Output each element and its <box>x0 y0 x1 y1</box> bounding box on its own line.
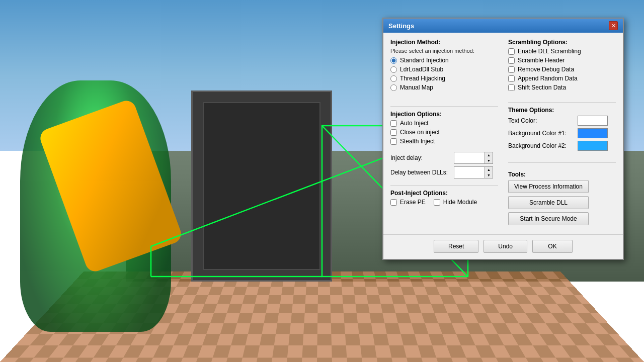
cb-shift-section-data-input[interactable] <box>508 84 515 91</box>
delay-between-dlls-input[interactable]: 0 <box>454 167 485 178</box>
theme-options-title: Theme Options: <box>508 107 616 114</box>
radio-manual-label: Manual Map <box>400 84 433 91</box>
divider-1 <box>390 106 498 107</box>
radio-thread-label: Thread Hijacking <box>400 75 445 82</box>
cb-scramble-header-label: Scramble Header <box>518 57 565 64</box>
close-button[interactable]: ✕ <box>609 21 618 30</box>
post-inject-checkboxes: Erase PE Hide Module <box>390 199 498 208</box>
injection-options-section: Injection Options: Auto Inject Close on … <box>390 111 498 147</box>
cb-erase-pe-label: Erase PE <box>400 199 426 206</box>
delay-between-dlls-label: Delay between DLLs: <box>390 169 451 176</box>
cb-erase-pe[interactable]: Erase PE <box>390 199 426 206</box>
post-inject-title: Post-Inject Options: <box>390 190 498 197</box>
injection-options-title: Injection Options: <box>390 111 498 118</box>
inject-delay-label: Inject delay: <box>390 154 451 161</box>
delay-between-dlls-row: Delay between DLLs: 0 ▲ ▼ <box>390 166 498 178</box>
inject-delay-spinner[interactable]: 0 ▲ ▼ <box>454 152 493 164</box>
cb-remove-debug-data-input[interactable] <box>508 66 515 73</box>
bg-color2-label: Background Color #2: <box>508 142 574 149</box>
bg-color2-swatch[interactable] <box>578 141 608 151</box>
inject-delay-up[interactable]: ▲ <box>485 152 493 158</box>
injection-method-title: Injection Method: <box>390 39 498 46</box>
cb-auto-inject-label: Auto Inject <box>400 120 429 127</box>
radio-standard-input[interactable] <box>390 57 397 64</box>
dialog-title: Settings <box>388 22 414 30</box>
inject-delay-input[interactable]: 0 <box>454 152 485 163</box>
text-color-row: Text Color: <box>508 116 616 126</box>
right-column: Scrambling Options: Enable DLL Scramblin… <box>508 39 616 228</box>
cb-append-random-data-input[interactable] <box>508 75 515 82</box>
cb-hide-module-label: Hide Module <box>443 199 477 206</box>
cb-scramble-header-input[interactable] <box>508 57 515 64</box>
scramble-dll-btn[interactable]: Scramble DLL <box>508 196 589 209</box>
tools-section: Tools: View Process Information Scramble… <box>508 171 616 228</box>
divider-3 <box>508 102 616 103</box>
radio-ldr-label: LdrLoadDll Stub <box>400 66 443 73</box>
divider-2 <box>390 185 498 186</box>
cb-shift-section-data-label: Shift Section Data <box>518 84 566 91</box>
bg-color1-row: Background Color #1: <box>508 128 616 138</box>
dialog-titlebar: Settings ✕ <box>383 19 623 33</box>
cb-enable-dll-scrambling[interactable]: Enable DLL Scrambling <box>508 48 616 55</box>
cb-hide-module[interactable]: Hide Module <box>434 199 477 206</box>
scrambling-options-title: Scrambling Options: <box>508 39 616 46</box>
injection-method-sub: Please select an injection method: <box>390 48 498 54</box>
bg-color1-label: Background Color #1: <box>508 130 574 137</box>
dialog-footer: Reset Undo OK <box>383 234 623 259</box>
radio-manual-input[interactable] <box>390 84 397 91</box>
cb-auto-inject-input[interactable] <box>390 120 397 127</box>
delay-between-dlls-up[interactable]: ▲ <box>485 167 493 172</box>
radio-standard[interactable]: Standard Injection <box>390 57 498 64</box>
text-color-label: Text Color: <box>508 117 574 124</box>
cb-erase-pe-input[interactable] <box>390 199 397 206</box>
cb-auto-inject[interactable]: Auto Inject <box>390 120 498 127</box>
delay-between-dlls-down[interactable]: ▼ <box>485 172 493 178</box>
inject-delay-row: Inject delay: 0 ▲ ▼ <box>390 152 498 164</box>
delay-between-dlls-spinner[interactable]: 0 ▲ ▼ <box>454 166 493 178</box>
theme-options-section: Theme Options: Text Color: Background Co… <box>508 107 616 153</box>
cb-remove-debug-data-label: Remove Debug Data <box>518 66 574 73</box>
ok-button[interactable]: OK <box>532 240 573 253</box>
cb-stealth-inject-label: Stealth Inject <box>400 138 435 145</box>
undo-button[interactable]: Undo <box>484 240 527 253</box>
radio-thread[interactable]: Thread Hijacking <box>390 75 498 82</box>
left-column: Injection Method: Please select an injec… <box>390 39 498 228</box>
delay-between-dlls-spinbtns: ▲ ▼ <box>485 167 493 178</box>
bg-color1-swatch[interactable] <box>578 128 608 138</box>
settings-dialog: Settings ✕ Injection Method: Please sele… <box>382 18 624 260</box>
post-inject-section: Post-Inject Options: Erase PE Hide Modul… <box>390 190 498 208</box>
cb-close-on-inject-input[interactable] <box>390 129 397 136</box>
injection-method-group: Standard Injection LdrLoadDll Stub Threa… <box>390 57 498 91</box>
radio-manual[interactable]: Manual Map <box>390 84 498 91</box>
cb-enable-dll-scrambling-label: Enable DLL Scrambling <box>518 48 581 55</box>
radio-standard-label: Standard Injection <box>400 57 449 64</box>
cb-stealth-inject-input[interactable] <box>390 138 397 145</box>
cb-enable-dll-scrambling-input[interactable] <box>508 48 515 55</box>
cb-hide-module-input[interactable] <box>434 199 440 206</box>
reset-button[interactable]: Reset <box>434 240 478 253</box>
cb-stealth-inject[interactable]: Stealth Inject <box>390 138 498 145</box>
cb-close-on-inject[interactable]: Close on inject <box>390 129 498 136</box>
cb-append-random-data-label: Append Random Data <box>518 75 578 82</box>
inject-delay-spinbtns: ▲ ▼ <box>485 152 493 163</box>
radio-ldr[interactable]: LdrLoadDll Stub <box>390 66 498 73</box>
dialog-body: Injection Method: Please select an injec… <box>383 33 623 234</box>
text-color-swatch[interactable] <box>578 116 608 126</box>
divider-4 <box>508 162 616 163</box>
inject-delay-down[interactable]: ▼ <box>485 158 493 163</box>
scrambling-options-section: Scrambling Options: Enable DLL Scramblin… <box>508 39 616 93</box>
cb-remove-debug-data[interactable]: Remove Debug Data <box>508 66 616 73</box>
cb-append-random-data[interactable]: Append Random Data <box>508 75 616 82</box>
radio-ldr-input[interactable] <box>390 66 397 73</box>
tools-title: Tools: <box>508 171 616 178</box>
radio-thread-input[interactable] <box>390 75 397 82</box>
bg-color2-row: Background Color #2: <box>508 141 616 151</box>
cb-close-on-inject-label: Close on inject <box>400 129 440 136</box>
cb-shift-section-data[interactable]: Shift Section Data <box>508 84 616 91</box>
secure-mode-btn[interactable]: Start In Secure Mode <box>508 212 589 225</box>
injection-method-section: Injection Method: Please select an injec… <box>390 39 498 97</box>
cb-scramble-header[interactable]: Scramble Header <box>508 57 616 64</box>
view-process-btn[interactable]: View Process Information <box>508 180 589 193</box>
